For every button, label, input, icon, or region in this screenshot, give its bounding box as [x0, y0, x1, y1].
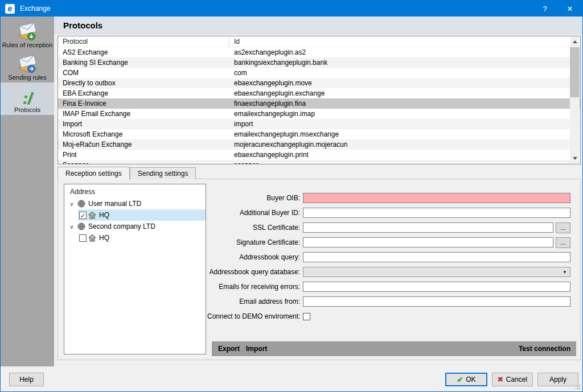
page-title: Protocols — [63, 16, 582, 35]
table-row[interactable]: IMAP Email Exchangeemailexchangeplugin.i… — [58, 109, 580, 119]
address-tree: ∨User manual LTD✓HQ∨Second company LTDHQ — [64, 198, 206, 244]
chevron-down-icon[interactable]: ∨ — [68, 224, 76, 230]
sidebar-item-label: Sending rules — [8, 74, 46, 81]
scroll-down-icon[interactable] — [570, 154, 580, 163]
signature-certificate-input[interactable] — [303, 237, 553, 247]
table-row[interactable]: Fina E-Invoicefinaexchangeplugin.fina — [58, 98, 580, 109]
table-row[interactable]: Microsoft Exchangeemailexchangeplugin.ms… — [58, 129, 580, 139]
form-row: Buyer OIB: — [207, 193, 570, 203]
email-address-from-input[interactable] — [303, 296, 570, 307]
chevron-down-icon[interactable]: ∨ — [68, 201, 76, 207]
table-row[interactable]: EBA Exchangeebaexchangeplugin.exchange — [58, 88, 580, 98]
buyer-oib-input[interactable] — [303, 193, 570, 203]
column-header-id[interactable]: Id — [229, 36, 580, 47]
tab-reception-settings[interactable]: Reception settings — [58, 167, 130, 180]
id-cell: as2exchangeplugin.as2 — [229, 47, 580, 57]
reception-settings-panel: Address ∨User manual LTD✓HQ∨Second compa… — [58, 179, 581, 360]
form-row: Email address from: — [207, 296, 570, 307]
sidebar-item-sending-rules[interactable]: Sending rules — [1, 50, 54, 82]
form-row: Connect to DEMO enviroment: — [207, 311, 570, 321]
chevron-down-icon: ▼ — [563, 270, 567, 275]
id-cell: com — [229, 68, 580, 78]
id-cell: emailexchangeplugin.imap — [229, 109, 580, 119]
protocol-cell: Moj-eRačun Exchange — [58, 139, 229, 150]
sidebar-item-label: Rules of reception — [2, 42, 53, 48]
help-icon[interactable]: ? — [532, 1, 557, 16]
reception-rules-icon — [15, 20, 40, 42]
branch-house-icon — [88, 212, 96, 219]
ssl-certificate-label: SSL Certificate: — [207, 224, 300, 232]
table-row[interactable]: Moj-eRačun Exchangemojeracunexchangeplug… — [58, 139, 580, 150]
addressbook-query-database-select[interactable]: ▼ — [303, 267, 570, 277]
ssl-certificate-input[interactable] — [303, 222, 553, 233]
tree-company-row[interactable]: ∨User manual LTD — [64, 198, 206, 209]
tab-sending-settings[interactable]: Sending settings — [130, 167, 196, 179]
table-row[interactable]: Importimport — [58, 119, 580, 129]
protocol-table-body: AS2 Exchangeas2exchangeplugin.as2Banking… — [58, 47, 580, 164]
protocol-cell: Scanner — [58, 160, 229, 164]
check-icon: ✔ — [457, 376, 463, 384]
sidebar-item-label: Protocols — [14, 106, 40, 113]
apply-button[interactable]: Apply — [537, 373, 578, 386]
protocol-cell: Banking SI Exchange — [58, 57, 229, 68]
addressbook-query-input[interactable] — [303, 252, 570, 262]
cancel-button-label: Cancel — [506, 376, 527, 383]
table-row[interactable]: AS2 Exchangeas2exchangeplugin.as2 — [58, 47, 580, 57]
sidebar-item-rules-of-reception[interactable]: Rules of reception — [1, 18, 54, 50]
scroll-up-icon[interactable] — [570, 37, 580, 47]
x-icon: ✖ — [498, 376, 503, 383]
buyer-oib-label: Buyer OIB: — [207, 194, 300, 202]
company-name: Second company LTD — [88, 222, 155, 230]
tree-branch-row[interactable]: ✓HQ — [78, 209, 206, 221]
scrollbar-thumb[interactable] — [570, 47, 580, 97]
connect-demo-environment-checkbox[interactable] — [303, 313, 310, 320]
test-connection-button[interactable]: Test connection — [519, 345, 570, 353]
id-cell: finaexchangeplugin.fina — [229, 98, 580, 109]
close-icon[interactable]: ✕ — [557, 1, 582, 16]
column-header-protocol[interactable]: Protocol — [58, 36, 229, 47]
emails-for-receiving-errors-label: Emails for receiving errors: — [207, 283, 300, 291]
form-row: Additional Buyer ID: — [207, 208, 570, 218]
cancel-button[interactable]: ✖ Cancel — [492, 373, 533, 386]
address-tree-box: Address ∨User manual LTD✓HQ∨Second compa… — [64, 184, 206, 354]
protocols-icon: :/ — [23, 85, 32, 106]
tree-company-row[interactable]: ∨Second company LTD — [64, 221, 206, 232]
signature-certificate-browse-button[interactable]: ... — [556, 237, 570, 248]
protocol-cell: EBA Exchange — [58, 88, 229, 98]
additional-buyer-id-input[interactable] — [303, 208, 570, 218]
ok-button-label: OK — [466, 376, 475, 383]
form-row: Emails for receiving errors: — [207, 282, 570, 292]
branch-name: HQ — [99, 211, 109, 219]
protocol-cell: COM — [58, 68, 229, 78]
help-button[interactable]: Help — [9, 373, 44, 386]
form-row: SSL Certificate:... — [207, 222, 570, 233]
tree-branch-row[interactable]: HQ — [78, 232, 206, 244]
table-row[interactable]: Scannerscanner — [58, 160, 580, 164]
id-cell: ebaexchangeplugin.move — [229, 78, 580, 88]
branch-name: HQ — [99, 234, 109, 242]
table-scrollbar[interactable] — [570, 37, 580, 163]
company-globe-icon — [77, 200, 85, 208]
table-row[interactable]: COMcom — [58, 68, 580, 78]
apply-button-label: Apply — [549, 376, 566, 383]
branch-checkbox[interactable]: ✓ — [79, 212, 87, 219]
branch-house-icon — [88, 234, 96, 242]
protocol-cell: Directly to outbox — [58, 78, 229, 88]
export-button[interactable]: Export — [218, 345, 240, 353]
company-name: User manual LTD — [88, 200, 141, 208]
table-row[interactable]: Banking SI Exchangebankingsiexchangeplug… — [58, 57, 580, 68]
ssl-certificate-browse-button[interactable]: ... — [556, 222, 570, 233]
emails-for-receiving-errors-input[interactable] — [303, 282, 570, 292]
form-row: Signature Certificate:... — [207, 237, 570, 247]
id-cell: bankingsiexchangeplugin.bank — [229, 57, 580, 68]
sidebar-item-protocols[interactable]: :/ Protocols — [1, 82, 54, 115]
import-button[interactable]: Import — [246, 345, 267, 353]
table-row[interactable]: Printebaexchangeplugin.print — [58, 150, 580, 160]
table-header: Protocol Id — [58, 36, 580, 47]
protocol-cell: AS2 Exchange — [58, 47, 229, 57]
app-logo-icon: e — [5, 4, 15, 14]
branch-checkbox[interactable] — [79, 234, 87, 242]
table-row[interactable]: Directly to outboxebaexchangeplugin.move — [58, 78, 580, 88]
ok-button[interactable]: ✔ OK — [445, 373, 487, 386]
additional-buyer-id-label: Additional Buyer ID: — [207, 209, 300, 217]
